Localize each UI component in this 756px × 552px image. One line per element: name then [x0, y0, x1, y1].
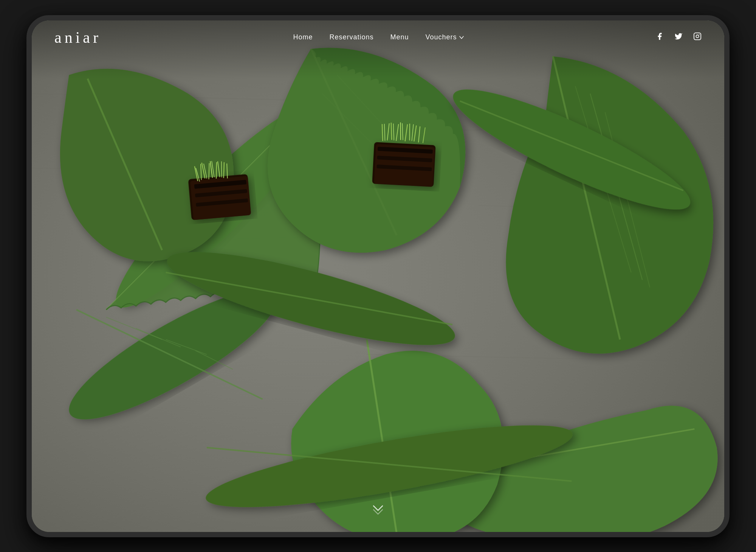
svg-rect-70: [694, 33, 701, 39]
nav-menu[interactable]: Menu: [390, 33, 409, 41]
chevron-down-icon: [459, 36, 464, 39]
nav-home[interactable]: Home: [293, 33, 313, 41]
navigation: aniar Home Reservations Menu Vouchers: [32, 20, 724, 54]
nav-links: Home Reservations Menu Vouchers: [293, 33, 463, 41]
twitter-icon[interactable]: [674, 32, 683, 43]
instagram-icon[interactable]: [693, 32, 702, 43]
scroll-indicator[interactable]: [370, 504, 386, 517]
social-icons: [655, 32, 702, 43]
tablet-frame: aniar Home Reservations Menu Vouchers: [26, 15, 730, 537]
facebook-icon[interactable]: [655, 32, 664, 43]
nav-reservations[interactable]: Reservations: [329, 33, 373, 41]
nav-vouchers[interactable]: Vouchers: [425, 33, 463, 41]
hero-background: [32, 20, 724, 532]
tablet-screen: aniar Home Reservations Menu Vouchers: [32, 20, 724, 532]
site-logo[interactable]: aniar: [54, 28, 101, 47]
